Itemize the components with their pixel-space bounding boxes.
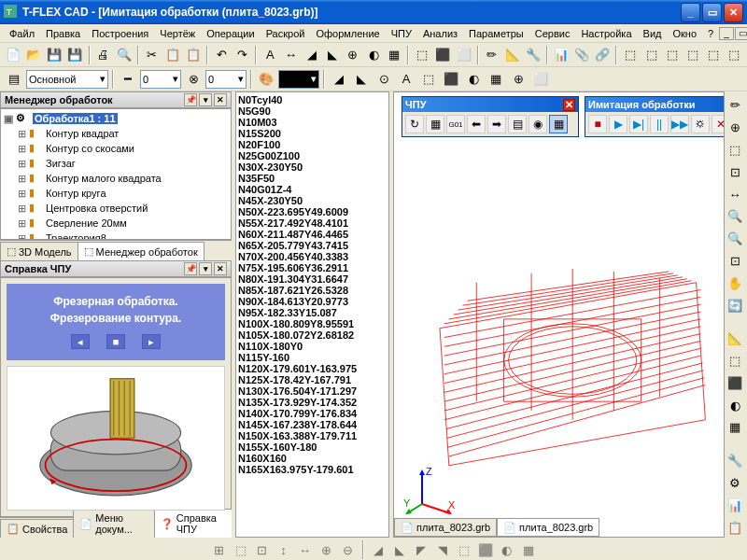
tree-item-1[interactable]: ⊞▮Контур со скосами xyxy=(3,141,229,156)
t2-2[interactable]: ◣ xyxy=(351,69,372,90)
sim-end-button[interactable]: ▶▶ xyxy=(670,115,689,133)
tab-cnc-help[interactable]: ❓Справка ЧПУ xyxy=(154,509,233,538)
doc-minimize-button[interactable]: _ xyxy=(719,27,734,40)
bb-6[interactable]: ⊕ xyxy=(317,540,336,559)
sim-pause-button[interactable]: || xyxy=(650,115,669,133)
bb-11[interactable]: ◥ xyxy=(433,540,452,559)
linetype-button[interactable]: ━ xyxy=(118,69,138,90)
tree-root[interactable]: ▣⚙Обработка1 : 11 xyxy=(3,111,229,126)
preview-button[interactable]: 🔍 xyxy=(115,45,134,65)
tool-button-15[interactable]: ⬚ xyxy=(621,45,640,65)
tool-button-6[interactable]: ⬚ xyxy=(413,45,431,65)
tool-button-16[interactable]: ⬚ xyxy=(642,45,661,65)
bb-5[interactable]: ↔ xyxy=(296,540,315,559)
rtool-11[interactable]: ⬚ xyxy=(725,351,745,371)
menu-service[interactable]: Сервис xyxy=(529,26,576,41)
doc-restore-button[interactable]: ▭ xyxy=(735,27,747,40)
t2-9[interactable]: ⊕ xyxy=(508,69,529,90)
tab-props[interactable]: 📋Свойства xyxy=(0,519,74,538)
bb-12[interactable]: ⬚ xyxy=(455,540,473,559)
cnc-btn-8[interactable]: ▦ xyxy=(549,115,568,133)
tab-3d-model[interactable]: ⬚3D Модель xyxy=(0,242,78,260)
rtool-15[interactable]: 🔧 xyxy=(725,451,745,471)
rtool-13[interactable]: ◐ xyxy=(725,395,745,415)
bb-1[interactable]: ⊞ xyxy=(210,540,229,559)
tool-button-10[interactable]: 📐 xyxy=(503,45,522,65)
tree-item-3[interactable]: ⊞▮Контур малого квадрата xyxy=(3,171,229,186)
bb-14[interactable]: ◐ xyxy=(498,540,516,559)
menu-analysis[interactable]: Анализ xyxy=(417,26,463,41)
bb-7[interactable]: ⊖ xyxy=(339,540,358,559)
cnc-btn-4[interactable]: ⬅ xyxy=(467,115,486,133)
save-button[interactable]: 💾 xyxy=(45,45,63,65)
bb-2[interactable]: ⬚ xyxy=(232,540,250,559)
minimize-button[interactable]: _ xyxy=(681,3,700,22)
rtool-rotate[interactable]: 🔄 xyxy=(725,295,745,315)
t2-8[interactable]: ▦ xyxy=(486,69,506,90)
sim-toolbar-close[interactable]: ✕ xyxy=(724,99,725,111)
help-stop-button[interactable]: ■ xyxy=(106,334,125,349)
menu-format[interactable]: Оформление xyxy=(310,26,385,41)
file-tab-1[interactable]: 📄плита_8023.grb xyxy=(394,518,497,537)
cnc-btn-1[interactable]: ↻ xyxy=(405,115,424,133)
tree-item-7[interactable]: ⊞▮Траектория8 xyxy=(3,231,229,240)
tool-button-8[interactable]: ⬜ xyxy=(455,45,473,65)
bb-3[interactable]: ⊡ xyxy=(253,540,272,559)
bb-13[interactable]: ⬛ xyxy=(476,540,495,559)
menu-cnc[interactable]: ЧПУ xyxy=(386,26,417,41)
tool-button-13[interactable]: 📎 xyxy=(572,45,591,65)
menu-settings[interactable]: Настройка xyxy=(575,26,637,41)
t2-10[interactable]: ⬜ xyxy=(530,69,551,90)
redo-button[interactable]: ↷ xyxy=(233,45,251,65)
rtool-pan[interactable]: ✋ xyxy=(725,273,745,293)
menu-drawing[interactable]: Чертёж xyxy=(154,26,201,41)
rtool-zoom-fit[interactable]: ⊡ xyxy=(725,251,745,272)
cut-button[interactable]: ✂ xyxy=(143,45,162,65)
t2-6[interactable]: ⬛ xyxy=(441,69,461,90)
tool-button-12[interactable]: 📊 xyxy=(552,45,571,65)
panel-pin-button[interactable]: 📌 xyxy=(184,93,197,106)
tool-button-9[interactable]: ✏ xyxy=(483,45,501,65)
sim-cancel-button[interactable]: ✕ xyxy=(712,115,725,133)
rtool-zoom-in[interactable]: 🔍 xyxy=(725,206,745,227)
tool-button-17[interactable]: ⬚ xyxy=(663,45,682,65)
rtool-12[interactable]: ⬛ xyxy=(725,372,745,393)
color-button[interactable]: 🎨 xyxy=(256,69,276,90)
tool-button-4[interactable]: ◐ xyxy=(364,45,383,65)
tab-manager[interactable]: ⬚Менеджер обработок xyxy=(78,242,204,260)
open-button[interactable]: 📂 xyxy=(24,45,43,65)
rtool-3[interactable]: ⬚ xyxy=(725,140,745,161)
rtool-zoom-out[interactable]: 🔍 xyxy=(725,229,745,249)
lineweight-icon[interactable]: ⊗ xyxy=(183,69,204,90)
help-pin-button[interactable]: 📌 xyxy=(184,262,197,275)
menu-window[interactable]: Окно xyxy=(667,26,702,41)
3d-viewport[interactable]: ЧПУ✕ ↻ ▦ G01 ⬅ ➡ ▤ ◉ ▦ Имитация обработк… xyxy=(393,91,725,538)
tool-button-11[interactable]: 🔧 xyxy=(524,45,543,65)
help-close-button[interactable]: ✕ xyxy=(214,262,227,275)
rtool-17[interactable]: 📊 xyxy=(725,495,745,515)
text-button[interactable]: A xyxy=(261,45,279,65)
print-button[interactable]: 🖨 xyxy=(94,45,113,65)
tool-button-5[interactable]: ▦ xyxy=(385,45,403,65)
t2-1[interactable]: ◢ xyxy=(329,69,349,90)
menu-view[interactable]: Вид xyxy=(638,26,668,41)
t2-4[interactable]: A xyxy=(396,69,416,90)
rtool-2[interactable]: ⊕ xyxy=(725,118,745,138)
undo-button[interactable]: ↶ xyxy=(212,45,231,65)
gcode-panel[interactable]: N0Tcyl40N5G90N10M03N15S200N20F100N25G00Z… xyxy=(235,91,389,538)
sim-play-button[interactable]: ▶ xyxy=(609,115,627,133)
tree-item-6[interactable]: ⊞▮Сверление 20мм xyxy=(3,216,229,231)
t2-7[interactable]: ◐ xyxy=(463,69,484,90)
save-all-button[interactable]: 💾 xyxy=(65,45,84,65)
maximize-button[interactable]: ▭ xyxy=(702,3,722,22)
tool-button-7[interactable]: ⬛ xyxy=(433,45,452,65)
menu-file[interactable]: Файл xyxy=(4,26,40,41)
close-button[interactable]: ✕ xyxy=(724,3,743,22)
menu-nesting[interactable]: Раскрой xyxy=(261,26,311,41)
help-prev-button[interactable]: ◂ xyxy=(71,334,90,349)
file-tab-2[interactable]: 📄плита_8023.grb xyxy=(497,518,599,537)
cnc-btn-7[interactable]: ◉ xyxy=(529,115,547,133)
menu-params[interactable]: Параметры xyxy=(463,26,529,41)
cnc-btn-6[interactable]: ▤ xyxy=(508,115,527,133)
menu-construct[interactable]: Построения xyxy=(86,26,154,41)
